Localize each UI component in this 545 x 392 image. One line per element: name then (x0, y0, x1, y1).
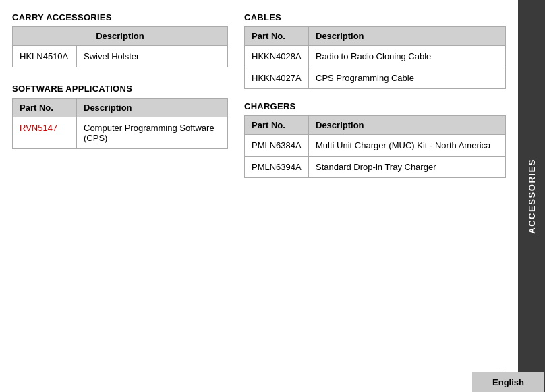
software-desc-header: Description (77, 99, 228, 117)
cables-title: CABLES (244, 12, 506, 22)
english-badge: English (472, 372, 544, 392)
part-no-cell: PMLN6394A (245, 157, 309, 178)
page-footer: 81 (12, 367, 506, 380)
chargers-part-no-header: Part No. (245, 116, 309, 135)
carry-accessories-section: CARRY ACCESSORIES Description HKLN4510AS… (12, 12, 228, 67)
table-row: PMLN6394AStandard Drop-in Tray Charger (245, 157, 506, 178)
carry-accessories-table: Description HKLN4510ASwivel Holster (12, 26, 228, 67)
description-cell: Multi Unit Charger (MUC) Kit - North Ame… (309, 135, 506, 157)
chargers-title: CHARGERS (244, 101, 506, 111)
table-row: HKKN4027ACPS Programming Cable (245, 67, 506, 89)
part-no-cell: HKLN4510A (13, 46, 77, 67)
chargers-section: CHARGERS Part No. Description PMLN6384AM… (244, 101, 506, 178)
carry-accessories-title: CARRY ACCESSORIES (12, 12, 228, 22)
part-no-cell: RVN5147 (13, 117, 77, 149)
table-row: RVN5147Computer Programming Software (CP… (13, 117, 228, 149)
description-cell: Swivel Holster (77, 46, 228, 67)
table-row: HKLN4510ASwivel Holster (13, 46, 228, 67)
cables-table: Part No. Description HKKN4028ARadio to R… (244, 26, 506, 89)
cables-desc-header: Description (309, 27, 506, 46)
software-applications-section: SOFTWARE APPLICATIONS Part No. Descripti… (12, 84, 228, 149)
description-cell: CPS Programming Cable (309, 67, 506, 89)
chargers-desc-header: Description (309, 116, 506, 135)
software-part-no-header: Part No. (13, 99, 77, 117)
part-no-cell: PMLN6384A (245, 135, 309, 157)
software-applications-table: Part No. Description RVN5147Computer Pro… (12, 98, 228, 149)
sidebar-label: ACCESSORIES (527, 159, 537, 234)
carry-accessories-desc-header: Description (13, 27, 228, 46)
description-cell: Computer Programming Software (CPS) (77, 117, 228, 149)
part-no-cell: HKKN4028A (245, 46, 309, 67)
cables-part-no-header: Part No. (245, 27, 309, 46)
sidebar: ACCESSORIES English (518, 0, 545, 392)
software-applications-title: SOFTWARE APPLICATIONS (12, 84, 228, 94)
table-row: HKKN4028ARadio to Radio Cloning Cable (245, 46, 506, 67)
part-no-cell: HKKN4027A (245, 67, 309, 89)
description-cell: Radio to Radio Cloning Cable (309, 46, 506, 67)
chargers-table: Part No. Description PMLN6384AMulti Unit… (244, 115, 506, 178)
cables-section: CABLES Part No. Description HKKN4028ARad… (244, 12, 506, 89)
description-cell: Standard Drop-in Tray Charger (309, 157, 506, 178)
table-row: PMLN6384AMulti Unit Charger (MUC) Kit - … (245, 135, 506, 157)
